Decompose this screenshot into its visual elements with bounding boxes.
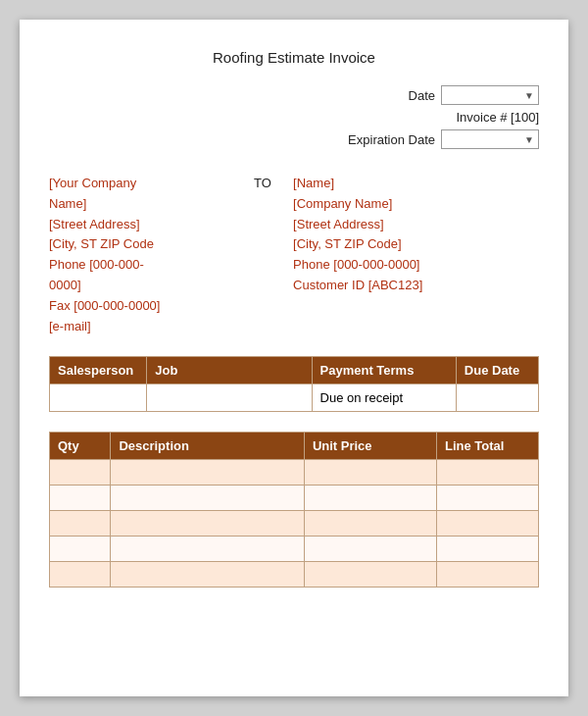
unit-cell-4[interactable] <box>304 562 436 588</box>
items-header-row: Qty Description Unit Price Line Total <box>50 433 539 460</box>
from-address: [Your Company Name] [Street Address] [Ci… <box>49 174 254 336</box>
header-job: Job <box>147 357 312 384</box>
header-unit-price: Unit Price <box>304 433 436 460</box>
desc-cell-2[interactable] <box>111 511 305 537</box>
expiration-dropdown-arrow: ▼ <box>524 134 534 145</box>
sales-table: Salesperson Job Payment Terms Due Date D… <box>49 356 539 412</box>
total-cell-2[interactable] <box>437 511 539 537</box>
items-row-4 <box>50 562 539 588</box>
date-label: Date <box>409 88 435 103</box>
items-row-3 <box>50 537 539 562</box>
expiration-label: Expiration Date <box>348 132 435 147</box>
to-label: TO <box>254 174 293 336</box>
to-address: [Name] [Company Name] [Street Address] [… <box>293 174 539 336</box>
items-row-0 <box>50 460 539 486</box>
date-row: Date ▼ <box>409 85 539 105</box>
from-line4: [City, ST ZIP Code <box>49 234 254 255</box>
qty-cell-2[interactable] <box>50 511 111 537</box>
date-field[interactable]: ▼ <box>441 85 539 105</box>
invoice-number: Invoice # [100] <box>456 110 539 125</box>
address-section: [Your Company Name] [Street Address] [Ci… <box>49 174 539 336</box>
from-line6: 0000] <box>49 276 254 296</box>
total-cell-4[interactable] <box>437 562 539 588</box>
unit-cell-1[interactable] <box>304 486 436 511</box>
to-line3: [Street Address] <box>293 215 539 235</box>
payment-terms-cell[interactable]: Due on receipt <box>312 384 456 412</box>
unit-cell-2[interactable] <box>304 511 436 537</box>
qty-cell-0[interactable] <box>50 460 111 486</box>
desc-cell-4[interactable] <box>111 562 305 588</box>
expiration-row: Expiration Date ▼ <box>348 129 539 149</box>
desc-cell-1[interactable] <box>111 486 305 511</box>
to-line2: [Company Name] <box>293 194 539 215</box>
total-cell-3[interactable] <box>437 537 539 562</box>
to-line5: Phone [000-000-0000] <box>293 255 539 276</box>
total-cell-0[interactable] <box>437 460 539 486</box>
to-line1: [Name] <box>293 174 539 194</box>
header-right: Date ▼ Invoice # [100] Expiration Date ▼ <box>49 85 539 154</box>
items-row-1 <box>50 486 539 511</box>
expiration-field[interactable]: ▼ <box>441 129 539 149</box>
date-dropdown-arrow: ▼ <box>524 90 534 101</box>
from-line1: [Your Company <box>49 174 254 194</box>
job-cell[interactable] <box>147 384 312 412</box>
unit-cell-0[interactable] <box>304 460 436 486</box>
items-row-2 <box>50 511 539 537</box>
invoice-page: Roofing Estimate Invoice Date ▼ Invoice … <box>20 20 568 696</box>
header-qty: Qty <box>50 433 111 460</box>
items-table: Qty Description Unit Price Line Total <box>49 432 539 588</box>
qty-cell-1[interactable] <box>50 486 111 511</box>
header-salesperson: Salesperson <box>50 357 147 384</box>
from-line2: Name] <box>49 194 254 215</box>
sales-data-row: Due on receipt <box>50 384 539 412</box>
from-line3: [Street Address] <box>49 215 254 235</box>
desc-cell-3[interactable] <box>111 537 305 562</box>
header-payment-terms: Payment Terms <box>312 357 456 384</box>
header-description: Description <box>111 433 305 460</box>
header-line-total: Line Total <box>437 433 539 460</box>
qty-cell-4[interactable] <box>50 562 111 588</box>
salesperson-cell[interactable] <box>50 384 147 412</box>
to-line4: [City, ST ZIP Code] <box>293 234 539 255</box>
desc-cell-0[interactable] <box>111 460 305 486</box>
from-line8: [e-mail] <box>49 317 254 337</box>
unit-cell-3[interactable] <box>304 537 436 562</box>
document-title: Roofing Estimate Invoice <box>49 49 539 66</box>
qty-cell-3[interactable] <box>50 537 111 562</box>
to-line6: Customer ID [ABC123] <box>293 276 539 296</box>
from-line7: Fax [000-000-0000] <box>49 296 254 317</box>
due-date-cell[interactable] <box>456 384 538 412</box>
header-due-date: Due Date <box>456 357 538 384</box>
sales-header-row: Salesperson Job Payment Terms Due Date <box>50 357 539 384</box>
from-line5: Phone [000-000- <box>49 255 254 276</box>
total-cell-1[interactable] <box>437 486 539 511</box>
